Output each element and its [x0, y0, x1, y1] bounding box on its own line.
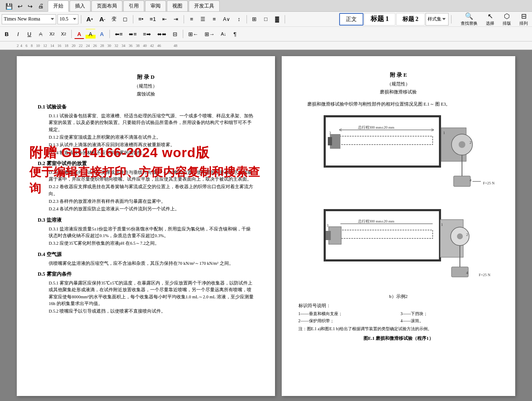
quick-print-icon[interactable]: 🖨 [36, 1, 46, 11]
left-appendix-type: （规范性） [38, 83, 254, 90]
superscript-button[interactable]: X2 [58, 29, 68, 39]
font-size-dropdown-icon [73, 18, 76, 20]
show-marks-button[interactable]: ¶ [230, 29, 240, 39]
sep2 [133, 15, 133, 23]
promo-line1: 附赠 GB14166-2024 word版 [29, 144, 271, 162]
subscript-button[interactable]: X2 [47, 29, 57, 39]
borders-button[interactable]: □ [261, 14, 271, 24]
text-effect-button[interactable]: A [97, 29, 107, 39]
svg-text:2: 2 [466, 233, 468, 237]
strikethrough-button[interactable]: A [36, 29, 46, 39]
tab-start[interactable]: 开始 [48, 0, 69, 12]
svg-text:总行程300 mm±20 mm: 总行程300 mm±20 mm [357, 219, 394, 223]
ruler-mark: 46 [157, 44, 161, 48]
svg-rect-13 [454, 176, 470, 186]
justify-button[interactable]: ⬌⬌ [155, 29, 169, 39]
align-right2-button[interactable]: ≡➡ [140, 29, 153, 39]
indent-right-button[interactable]: ⊞→ [202, 29, 217, 39]
bold-button[interactable]: B [2, 29, 12, 39]
section-d5-1-text: D.5.1 雾室内暴露区应保持35℃±5℃的温度，在暴露区内，至少应放置两个干净… [38, 280, 254, 307]
indent-increase-button[interactable]: ⇥ [171, 14, 181, 24]
section-d2-4-text: D.2.4 各试件的放置应防止盐溶液从一个试件流到另一个试件上。 [38, 206, 254, 212]
font-decrease-button[interactable]: A- [97, 14, 108, 24]
indent-decrease-button[interactable]: ⇤ [160, 14, 170, 24]
para-spacing-button[interactable]: ↕ [234, 14, 244, 24]
align-right-button[interactable]: ≡ [209, 14, 219, 24]
font-change-button[interactable]: 变 [109, 14, 119, 24]
underline-button[interactable]: U [24, 29, 34, 39]
ruler-mark: 34 [122, 44, 125, 48]
sep3 [184, 15, 184, 23]
ruler-mark: 36 [129, 44, 132, 48]
right-note-text: 注：图E.1 a)和图E.1 b)给出了根据调节装置的类型确定试验方法的示例。 [298, 326, 498, 332]
ruler: 2 4 6 8 10 12 14 16 18 20 22 24 26 28 30… [0, 41, 532, 50]
ruler-mark: 2 [17, 44, 19, 48]
font-increase-button[interactable]: A+ [84, 14, 96, 24]
page-left[interactable]: 附 录 D （规范性） 腐蚀试验 D.1 试验设备 D.1.1 试验设备包括雾室… [17, 56, 275, 396]
italic-button[interactable]: I [13, 29, 23, 39]
ruler-mark: 6 [26, 44, 28, 48]
legend-grid: 1——垂直和横向支座； 3——下挡块； 2——保护用织带； 4——滚筒。 [298, 310, 498, 324]
sep4 [247, 15, 247, 23]
shading-button[interactable]: ▓ [272, 14, 282, 24]
section-d3-2-text: D.3.2 应使35℃雾化时所收集的溶液pH 在6.5～7.2之间。 [38, 240, 254, 247]
style-buttons-group: 正文 标题 1 标题 2 样式集 [339, 13, 449, 26]
numbering-button[interactable]: ≡1 [147, 14, 158, 24]
tab-page-layout[interactable]: 页面布局 [91, 0, 122, 11]
redo-icon[interactable]: ↪ [26, 1, 35, 11]
svg-text:总行程300 mm±20 mm: 总行程300 mm±20 mm [357, 125, 394, 129]
layout-button[interactable]: ⬡ 排版 [500, 11, 514, 27]
font-size-value: 10.5 [60, 16, 72, 22]
select-label: 选择 [486, 21, 494, 26]
ruler-marks: 2 4 6 8 10 12 14 16 18 20 22 24 26 28 30… [17, 44, 177, 48]
highlight-button[interactable]: A [86, 29, 96, 39]
tab-developer[interactable]: 开发工具 [189, 0, 220, 11]
tab-references[interactable]: 引用 [123, 0, 144, 11]
indent-left-button[interactable]: ⊞← [186, 29, 201, 39]
save-icon[interactable]: 💾 [3, 1, 15, 11]
find-replace-button[interactable]: 🔍 查找替换 [458, 11, 480, 27]
style-h1-button[interactable]: 标题 1 [364, 13, 395, 26]
font-color-button[interactable]: A [74, 29, 84, 39]
svg-rect-2 [439, 115, 441, 166]
sep6 [451, 15, 452, 23]
sort-button[interactable]: A↓ [218, 29, 229, 39]
page-right[interactable]: 附 录 E （规范性） 磨损和微滑移试验 磨损和微滑移试验中织带与刚性部件的相对… [282, 56, 515, 396]
svg-text:4: 4 [470, 178, 472, 182]
svg-text:1: 1 [443, 131, 445, 135]
ruler-mark: 32 [114, 44, 118, 48]
section-d3-title: D.3 盐溶液 [38, 216, 254, 224]
font-size-selector[interactable]: 10.5 [57, 14, 78, 24]
align-center2-button[interactable]: ⬌≡ [126, 29, 139, 39]
layout-label: 排版 [503, 21, 511, 26]
style-normal-button[interactable]: 正文 [339, 13, 363, 26]
font-name-selector[interactable]: Times New Roma [2, 14, 56, 24]
style-h2-button[interactable]: 标题 2 [396, 13, 425, 26]
bullets-button[interactable]: ≡• [136, 14, 146, 24]
select-button[interactable]: ↖ 选择 [483, 11, 497, 27]
align-left2-button[interactable]: ⬅≡ [112, 29, 125, 39]
align-left-button[interactable]: ≡ [187, 14, 197, 24]
clear-format-button[interactable]: ◻ [120, 14, 130, 24]
svg-text:F=25 N: F=25 N [483, 181, 495, 185]
tab-view[interactable]: 视图 [167, 0, 188, 11]
svg-rect-21 [324, 209, 326, 259]
align-center-button[interactable]: ☰ [198, 14, 208, 24]
ruler-mark: 42 [150, 44, 154, 48]
line-spacing-button[interactable]: A∨ [221, 14, 233, 24]
svg-text:2: 2 [470, 140, 472, 145]
styles-more-selector[interactable]: 样式集 [426, 13, 449, 26]
ruler-mark: 30 [107, 44, 111, 48]
columns-button[interactable]: ⊞ [249, 14, 260, 24]
right-appendix-type: （规范性） [298, 80, 498, 88]
ruler-mark: 26 [93, 44, 97, 48]
styles-dropdown-icon [442, 18, 446, 20]
svg-rect-1 [324, 115, 326, 166]
undo-icon[interactable]: ↩ [16, 1, 25, 11]
sep5 [285, 15, 285, 23]
tab-insert[interactable]: 插入 [70, 0, 91, 11]
sep1 [81, 15, 81, 23]
typeset-button[interactable]: ⊟ 排列 [517, 11, 530, 27]
distributed-button[interactable]: ⊟ [170, 29, 180, 39]
tab-review[interactable]: 审阅 [145, 0, 166, 11]
